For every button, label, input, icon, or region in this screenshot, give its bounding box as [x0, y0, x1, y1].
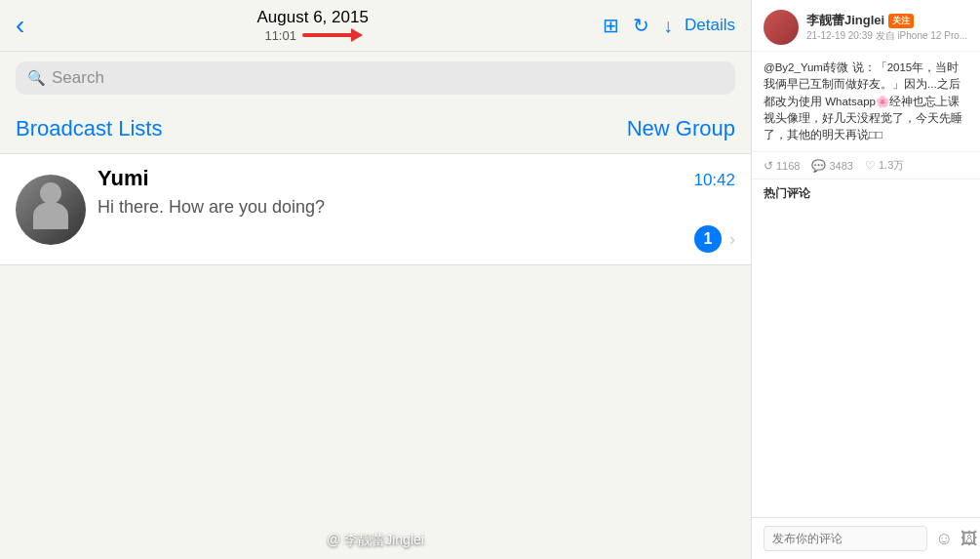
search-icon: 🔍: [27, 69, 46, 87]
red-arrow-annotation: [302, 27, 361, 43]
top-bar-icons: ⊞ ↻ ↓ Details: [601, 12, 735, 39]
weibo-header: 李靓蕾Jinglei 关注 21-12-19 20:39 发自 iPhone 1…: [752, 0, 980, 52]
new-group-button[interactable]: New Group: [627, 116, 735, 141]
chat-list: Yumi 10:42 Hi there. How are you doing? …: [0, 154, 751, 265]
comment-input[interactable]: [764, 526, 927, 551]
chat-preview: Hi there. How are you doing?: [98, 195, 735, 220]
weibo-user-info: 李靓蕾Jinglei 关注 21-12-19 20:39 发自 iPhone 1…: [806, 12, 968, 43]
comment-stat-icon: 💬: [811, 159, 826, 173]
time-row: 11:01: [34, 27, 591, 43]
chat-footer: 1 ›: [98, 225, 735, 253]
avatar-body: [33, 202, 68, 229]
weibo-name-text: 李靓蕾Jinglei: [806, 12, 884, 29]
repost-stat[interactable]: ↺ 1168: [764, 158, 800, 173]
comment-count: 3483: [829, 160, 852, 172]
like-icon: ♡: [865, 159, 876, 173]
top-bar-center: August 6, 2015 11:01: [34, 8, 591, 43]
like-stat[interactable]: ♡ 1.3万: [865, 158, 904, 173]
phone-screen: ‹ August 6, 2015 11:01 ⊞ ↻ ↓ Details 🔍 S…: [0, 0, 751, 559]
search-bar[interactable]: 🔍 Search: [16, 61, 735, 95]
top-bar: ‹ August 6, 2015 11:01 ⊞ ↻ ↓ Details: [0, 0, 751, 52]
repost-icon: ↺: [764, 159, 773, 173]
chat-content: Yumi 10:42 Hi there. How are you doing? …: [98, 166, 735, 253]
weibo-username: 李靓蕾Jinglei 关注: [806, 12, 968, 29]
comment-input-area: ☺ 🖼: [752, 517, 980, 559]
chat-header: Yumi 10:42: [98, 166, 735, 191]
unread-badge: 1: [694, 225, 722, 253]
avatar-inner: [16, 175, 86, 245]
weibo-timestamp: 21-12-19 20:39 发自 iPhone 12 Pro...: [806, 29, 968, 43]
weibo-avatar: [764, 10, 799, 45]
weibo-body: @By2_Yumi转微 说：「2015年，当时我俩早已互制而做好友。」因为...…: [752, 52, 980, 152]
expand-icon[interactable]: ⊞: [601, 12, 621, 39]
back-button[interactable]: ‹: [16, 10, 24, 41]
search-placeholder: Search: [52, 68, 104, 88]
broadcast-lists-button[interactable]: Broadcast Lists: [0, 116, 162, 141]
date-text: August 6, 2015: [34, 8, 591, 27]
avatar-figure: [26, 180, 75, 239]
repost-count: 1168: [776, 160, 800, 172]
avatar-head: [40, 182, 61, 204]
weibo-sidebar: 李靓蕾Jinglei 关注 21-12-19 20:39 发自 iPhone 1…: [751, 0, 980, 559]
details-button[interactable]: Details: [685, 16, 735, 35]
weibo-avatar-img: [764, 10, 799, 45]
weibo-stats: ↺ 1168 💬 3483 ♡ 1.3万: [752, 152, 980, 180]
time-text: 11:01: [264, 28, 296, 43]
chat-time: 10:42: [693, 171, 735, 190]
vip-badge[interactable]: 关注: [888, 14, 914, 28]
chevron-right-icon: ›: [729, 229, 735, 250]
watermark: @ 李靓蕾Jinglei: [327, 532, 424, 549]
refresh-icon[interactable]: ↻: [631, 12, 651, 39]
like-count: 1.3万: [879, 158, 904, 173]
hot-comments-label: 热门评论: [752, 180, 980, 208]
image-icon[interactable]: 🖼: [960, 529, 978, 549]
contact-name: Yumi: [98, 166, 149, 191]
download-icon[interactable]: ↓: [661, 13, 675, 39]
spacer: [752, 208, 980, 517]
links-row: Broadcast Lists New Group: [0, 104, 751, 154]
chat-item-yumi[interactable]: Yumi 10:42 Hi there. How are you doing? …: [0, 154, 751, 265]
comment-stat[interactable]: 💬 3483: [811, 158, 852, 173]
emoji-icon[interactable]: ☺: [935, 529, 953, 549]
yumi-avatar: [16, 175, 86, 245]
